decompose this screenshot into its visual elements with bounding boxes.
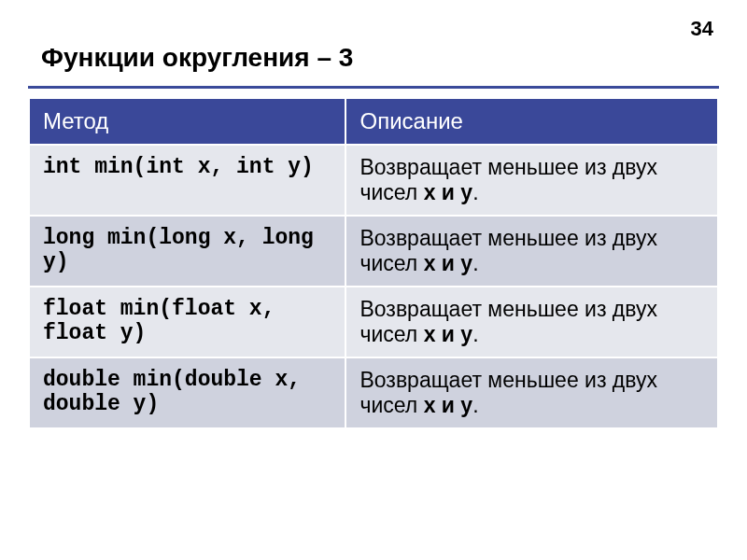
cell-description: Возвращает меньшее из двух чисел x и y. (345, 357, 718, 428)
desc-text: Возвращает меньшее из двух чисел (359, 297, 657, 346)
desc-text: Возвращает меньшее из двух чисел (359, 155, 657, 204)
cell-description: Возвращает меньшее из двух чисел x и y. (345, 287, 718, 357)
cell-method: int min(int x, int y) (29, 145, 345, 216)
col-header-description: Описание (345, 98, 718, 145)
col-header-method: Метод (29, 98, 345, 145)
page-number: 34 (691, 17, 713, 41)
page-title: Функции округления – 3 (41, 43, 353, 73)
table-header-row: Метод Описание (29, 98, 718, 145)
desc-vars: x и y (424, 180, 473, 204)
desc-vars: x и y (424, 251, 473, 275)
cell-description: Возвращает меньшее из двух чисел x и y. (345, 145, 718, 216)
desc-vars: x и y (424, 393, 473, 417)
cell-description: Возвращает меньшее из двух чисел x и y. (345, 216, 718, 287)
desc-text: Возвращает меньшее из двух чисел (359, 226, 657, 275)
table-row: float min(float x, float y) Возвращает м… (29, 287, 718, 357)
desc-vars: x и y (424, 322, 473, 346)
methods-table: Метод Описание int min(int x, int y) Воз… (28, 97, 719, 429)
cell-method: long min(long x, long y) (29, 216, 345, 287)
cell-method: double min(double x, double y) (29, 357, 345, 428)
cell-method: float min(float x, float y) (29, 287, 345, 357)
title-underline (28, 86, 719, 89)
table-row: long min(long x, long y) Возвращает мень… (29, 216, 718, 287)
desc-suffix: . (472, 393, 478, 417)
desc-suffix: . (472, 322, 478, 346)
desc-text: Возвращает меньшее из двух чисел (359, 368, 657, 417)
table-row: int min(int x, int y) Возвращает меньшее… (29, 145, 718, 216)
table-row: double min(double x, double y) Возвращае… (29, 357, 718, 428)
desc-suffix: . (472, 251, 478, 275)
desc-suffix: . (472, 180, 478, 204)
